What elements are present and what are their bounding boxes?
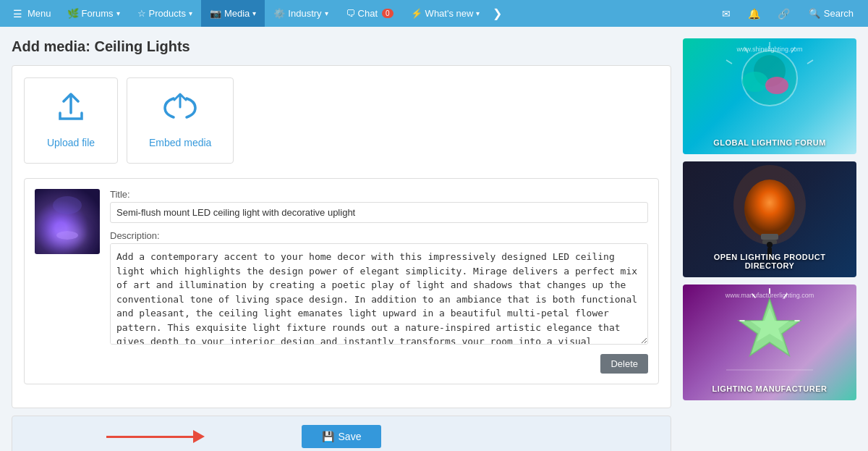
banner1-url: www.shinelighting.com <box>683 46 856 53</box>
whatsnew-caret-icon: ▾ <box>476 9 480 17</box>
industry-caret-icon: ▾ <box>325 9 328 17</box>
chat-nav-item[interactable]: 🗨 Chat 0 <box>337 0 402 27</box>
menu-button[interactable]: ☰ Menu <box>6 0 59 27</box>
save-arrow-indicator <box>106 430 205 443</box>
chat-badge: 0 <box>382 9 393 18</box>
forums-nav-item[interactable]: 🌿 Forums ▾ <box>59 0 129 27</box>
industry-icon: ⚙️ <box>273 8 285 19</box>
delete-button[interactable]: Delete <box>600 354 648 374</box>
embed-media-label: Embed media <box>149 137 211 148</box>
page-title: Add media: Ceiling Lights <box>12 38 671 55</box>
svg-point-2 <box>742 72 768 92</box>
svg-point-10 <box>733 165 806 245</box>
search-icon: 🔍 <box>809 8 820 19</box>
link-icon: 🔗 <box>778 8 790 20</box>
banner1-label: GLOBAL LIGHTING FORUM <box>683 138 856 147</box>
page-container: Add media: Ceiling Lights Upload file <box>0 27 868 451</box>
main-content: Add media: Ceiling Lights Upload file <box>12 38 671 451</box>
whatsnew-icon: ⚡ <box>411 8 422 19</box>
save-bar: 💾 Save <box>12 416 671 451</box>
mail-button[interactable]: ✉ <box>715 0 738 27</box>
more-nav-icon[interactable]: ❯ <box>488 7 506 20</box>
search-button[interactable]: 🔍 Search <box>800 0 862 27</box>
desc-label: Description: <box>110 230 648 241</box>
banner2-label: OPEN LIGHTING PRODUCT DIRECTORY <box>683 253 856 270</box>
hamburger-icon: ☰ <box>13 8 22 20</box>
svg-point-14 <box>767 242 773 248</box>
banner-lighting-manufacturer[interactable]: www.manufacturerlighting.com LIGHTING MA… <box>683 284 856 400</box>
upload-file-label: Upload file <box>47 137 95 148</box>
products-caret-icon: ▾ <box>189 9 192 17</box>
banner-global-lighting[interactable]: www.shinelighting.com GLOBAL LIGHTING FO… <box>683 38 856 154</box>
svg-line-8 <box>726 60 732 64</box>
title-label: Title: <box>110 189 648 200</box>
upload-file-icon <box>53 93 89 130</box>
chat-icon: 🗨 <box>346 8 355 19</box>
media-nav-item[interactable]: 📷 Media ▾ <box>201 0 265 27</box>
products-nav-item[interactable]: ☆ Products ▾ <box>129 0 201 27</box>
forums-icon: 🌿 <box>67 8 79 19</box>
media-form-card: Upload file Embed media <box>12 65 671 408</box>
navigation: ☰ Menu 🌿 Forums ▾ ☆ Products ▾ 📷 Media ▾… <box>0 0 868 27</box>
banner-open-lighting[interactable]: OPEN LIGHTING PRODUCT DIRECTORY <box>683 161 856 277</box>
upload-file-option[interactable]: Upload file <box>24 77 118 164</box>
embed-media-icon <box>162 93 198 130</box>
mail-icon: ✉ <box>722 8 731 20</box>
media-thumbnail <box>35 189 100 254</box>
products-icon: ☆ <box>137 8 146 19</box>
save-icon: 💾 <box>322 431 334 442</box>
svg-point-3 <box>765 77 788 94</box>
nav-right-area: ✉ 🔔 🔗 🔍 Search <box>715 0 862 27</box>
desc-field-row: Description: Add a contemporary accent t… <box>110 230 648 347</box>
save-button[interactable]: 💾 Save <box>302 425 382 448</box>
title-field-row: Title: <box>110 189 648 223</box>
svg-line-6 <box>807 60 813 64</box>
upload-options: Upload file Embed media <box>24 77 659 164</box>
banner3-url: www.manufacturerlighting.com <box>683 292 856 299</box>
title-input[interactable] <box>110 202 648 223</box>
forums-caret-icon: ▾ <box>116 9 120 17</box>
media-fields: Title: Description: Add a contemporary a… <box>110 189 648 374</box>
bell-icon: 🔔 <box>748 8 760 20</box>
svg-rect-11 <box>761 234 778 240</box>
whatsnew-nav-item[interactable]: ⚡ What's new ▾ <box>402 0 489 27</box>
bell-button[interactable]: 🔔 <box>741 0 767 27</box>
description-textarea[interactable]: Add a contemporary accent to your home d… <box>110 243 648 345</box>
media-caret-icon: ▾ <box>252 9 256 17</box>
sidebar: www.shinelighting.com GLOBAL LIGHTING FO… <box>683 38 856 451</box>
banner3-label: LIGHTING MANUFACTURER <box>683 384 856 393</box>
embed-media-option[interactable]: Embed media <box>127 77 234 164</box>
industry-nav-item[interactable]: ⚙️ Industry ▾ <box>265 0 336 27</box>
media-details-section: Title: Description: Add a contemporary a… <box>24 178 659 384</box>
media-icon: 📷 <box>210 8 221 19</box>
link-button[interactable]: 🔗 <box>770 0 797 27</box>
